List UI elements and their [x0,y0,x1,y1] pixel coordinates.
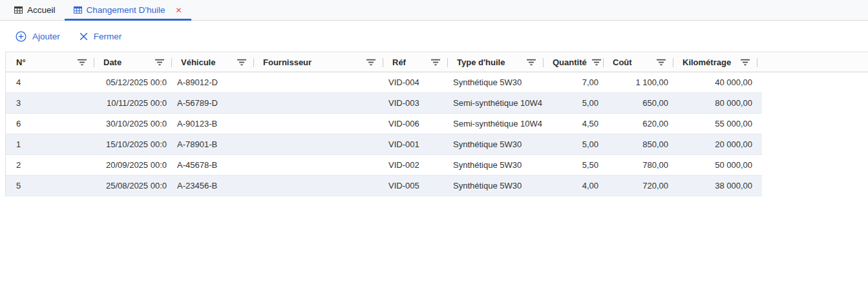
table-row[interactable]: 220/09/2025 00:0A-45678-BVID-002Synthéti… [6,155,762,176]
column-header-quantite[interactable]: Quantité [544,52,604,72]
cell-fournisseur [254,114,383,134]
column-header-type-huile[interactable]: Type d'huile [448,52,544,72]
column-header-date[interactable]: Date [94,52,172,72]
cell-type-huile: Semi-synthétique 10W4 [448,114,544,134]
column-label-date: Date [103,57,122,67]
add-button[interactable]: Ajouter [16,31,60,42]
cell-vehicule: A-78901-B [172,134,254,154]
tab-changement-dhuile[interactable]: Changement D'huile ✕ [65,0,191,20]
column-header-numero[interactable]: N° [6,52,94,72]
cell-ref: VID-003 [383,93,448,113]
cell-date: 15/10/2025 00:0 [94,134,172,154]
cell-numero: 5 [6,176,94,196]
table-row[interactable]: 310/11/2025 00:0A-56789-DVID-003Semi-syn… [6,93,762,114]
cell-cout: 720,00 [604,176,673,196]
column-label-numero: N° [16,57,26,67]
column-header-kilometrage[interactable]: Kilométrage [673,52,757,72]
cell-type-huile: Synthétique 5W30 [448,176,544,196]
cell-vehicule: A-23456-B [172,176,254,196]
cell-vehicule: A-45678-B [172,155,254,175]
tab-bar: Accueil Changement D'huile ✕ [0,0,868,21]
cell-type-huile: Synthétique 5W30 [448,134,544,154]
cell-cout: 650,00 [604,93,673,113]
cell-numero: 6 [6,114,94,134]
filter-icon[interactable] [592,59,601,66]
column-label-quantite: Quantité [553,57,587,67]
table-row[interactable]: 405/12/2025 00:0A-89012-DVID-004Synthéti… [6,72,762,93]
grid-body: 405/12/2025 00:0A-89012-DVID-004Synthéti… [6,72,868,196]
table-icon [74,6,82,14]
cell-fournisseur [254,155,383,175]
column-header-vehicule[interactable]: Véhicule [172,52,254,72]
cell-cout: 850,00 [604,134,673,154]
cell-quantite: 7,00 [544,72,604,92]
cell-vehicule: A-89012-D [172,72,254,92]
cell-date: 20/09/2025 00:0 [94,155,172,175]
close-icon [79,32,88,41]
filter-icon[interactable] [741,59,750,66]
column-label-kilometrage: Kilométrage [683,57,731,67]
cell-fournisseur [254,93,383,113]
cell-kilometrage: 55 000,00 [673,114,757,134]
tab-label: Accueil [27,5,56,15]
table-row[interactable]: 630/10/2025 00:0A-90123-BVID-006Semi-syn… [6,114,762,134]
cell-date: 10/11/2025 00:0 [94,93,172,113]
cell-ref: VID-004 [383,72,448,92]
cell-cout: 780,00 [604,155,673,175]
cell-cout: 1 100,00 [604,72,673,92]
cell-type-huile: Synthétique 5W30 [448,155,544,175]
tab-accueil[interactable]: Accueil [5,0,65,20]
cell-type-huile: Semi-synthétique 10W4 [448,93,544,113]
table-icon [14,6,23,14]
grid-header: N°DateVéhiculeFournisseurRéfType d'huile… [6,52,868,72]
add-button-label: Ajouter [32,32,60,41]
table-row[interactable]: 525/08/2025 00:0A-23456-BVID-005Synthéti… [6,176,762,196]
cell-kilometrage: 38 000,00 [673,176,757,196]
cell-type-huile: Synthétique 5W30 [448,72,544,92]
filter-icon[interactable] [366,59,376,66]
cell-quantite: 4,50 [544,114,604,134]
circle-plus-icon [16,31,26,42]
cell-date: 30/10/2025 00:0 [94,114,172,134]
close-button-label: Fermer [94,32,122,41]
cell-kilometrage: 40 000,00 [673,72,757,92]
cell-date: 05/12/2025 00:0 [94,72,172,92]
cell-kilometrage: 80 000,00 [673,93,757,113]
cell-fournisseur [254,72,383,92]
filter-icon[interactable] [78,59,87,66]
data-grid: N°DateVéhiculeFournisseurRéfType d'huile… [5,52,868,196]
cell-numero: 1 [6,134,94,154]
cell-numero: 4 [6,72,94,92]
filter-icon[interactable] [431,59,440,66]
cell-quantite: 5,00 [544,93,604,113]
column-label-cout: Coût [613,57,632,67]
cell-kilometrage: 50 000,00 [673,155,757,175]
cell-vehicule: A-90123-B [172,114,254,134]
cell-quantite: 5,50 [544,155,604,175]
close-tab-icon[interactable]: ✕ [175,6,182,14]
toolbar: Ajouter Fermer [0,21,868,52]
filter-icon[interactable] [237,59,246,66]
column-header-ref[interactable]: Réf [383,52,448,72]
cell-numero: 3 [6,93,94,113]
cell-ref: VID-006 [383,114,448,134]
cell-kilometrage: 20 000,00 [673,134,757,154]
filter-icon[interactable] [657,59,666,66]
column-header-fournisseur[interactable]: Fournisseur [254,52,383,72]
close-button[interactable]: Fermer [79,32,122,41]
cell-cout: 620,00 [604,114,673,134]
cell-ref: VID-005 [383,176,448,196]
cell-ref: VID-001 [383,134,448,154]
cell-fournisseur [254,176,383,196]
cell-fournisseur [254,134,383,154]
cell-quantite: 4,00 [544,176,604,196]
column-header-cout[interactable]: Coût [604,52,673,72]
cell-date: 25/08/2025 00:0 [94,176,172,196]
filter-icon[interactable] [527,59,536,66]
column-label-vehicule: Véhicule [181,57,215,67]
table-row[interactable]: 115/10/2025 00:0A-78901-BVID-001Synthéti… [6,134,762,155]
cell-ref: VID-002 [383,155,448,175]
filter-icon[interactable] [155,59,164,66]
cell-vehicule: A-56789-D [172,93,254,113]
column-label-fournisseur: Fournisseur [263,57,312,67]
